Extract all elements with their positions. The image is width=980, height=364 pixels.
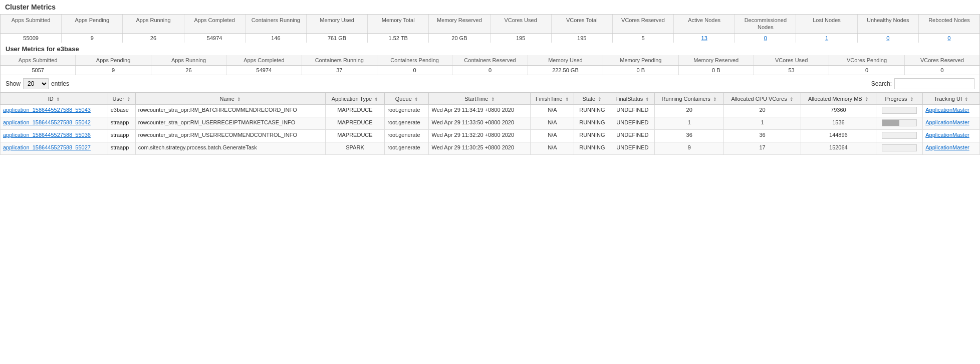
tracking-ui-link[interactable]: ApplicationMaster xyxy=(925,132,969,138)
cell-name: rowcounter_stra_opr:RM_USERRECEIPTMARKET… xyxy=(135,117,325,129)
col-header-allocated-cpu[interactable]: Allocated CPU VCores ⇕ xyxy=(724,93,801,104)
progress-bar xyxy=(882,132,917,139)
show-label: Show xyxy=(6,80,21,87)
name-sort-icon: ⇕ xyxy=(237,97,241,102)
cell-user: e3base xyxy=(108,104,135,117)
app-id-link[interactable]: application_1586445527588_55043 xyxy=(3,107,91,113)
cluster-val-rebooted-nodes[interactable]: 0 xyxy=(919,34,979,43)
cell-allocated-memory: 1536 xyxy=(801,117,876,129)
col-header-queue[interactable]: Queue ⇕ xyxy=(385,93,429,104)
app-id-link[interactable]: application_1586445527588_55027 xyxy=(3,144,91,150)
cell-name: com.sitech.strategy.process.batch.Genera… xyxy=(135,142,325,154)
um-header-memory-used: Memory Used xyxy=(528,55,603,65)
cluster-header-apps-pending: Apps Pending xyxy=(62,15,123,33)
cell-queue: root.generate xyxy=(385,117,429,129)
col-header-allocated-memory[interactable]: Allocated Memory MB ⇕ xyxy=(801,93,876,104)
um-header-containers-running: Containers Running xyxy=(302,55,377,65)
cell-tracking-ui: ApplicationMaster xyxy=(923,117,980,129)
um-val-vcores-used: 53 xyxy=(754,66,829,75)
col-header-app-type[interactable]: Application Type ⇕ xyxy=(325,93,384,104)
user-metrics-section: Apps Submitted Apps Pending Apps Running… xyxy=(0,55,980,75)
app-id-link[interactable]: application_1586445527588_55036 xyxy=(3,132,91,138)
tracking-ui-link[interactable]: ApplicationMaster xyxy=(925,119,969,125)
cell-user: straapp xyxy=(108,117,135,129)
cluster-metrics-title: Cluster Metrics xyxy=(0,0,980,14)
um-header-apps-pending: Apps Pending xyxy=(76,55,151,65)
col-header-progress[interactable]: Progress ⇕ xyxy=(876,93,923,104)
starttime-sort-icon: ⇕ xyxy=(491,97,495,102)
col-header-finalstatus[interactable]: FinalStatus ⇕ xyxy=(610,93,655,104)
app-id-link[interactable]: application_1586445527588_55042 xyxy=(3,119,91,125)
progress-bar xyxy=(882,144,917,151)
cluster-metrics-headers: Apps Submitted Apps Pending Apps Running… xyxy=(1,15,979,34)
um-val-containers-running: 37 xyxy=(302,66,377,75)
cell-finalstatus: UNDEFINED xyxy=(610,104,655,117)
cluster-header-lost-nodes: Lost Nodes xyxy=(796,15,857,33)
search-input[interactable] xyxy=(894,78,974,89)
cluster-val-lost-nodes[interactable]: 1 xyxy=(796,34,857,43)
state-sort-icon: ⇕ xyxy=(598,97,602,102)
um-val-containers-pending: 0 xyxy=(377,66,452,75)
finalstatus-sort-icon: ⇕ xyxy=(645,97,649,102)
cell-finalstatus: UNDEFINED xyxy=(610,129,655,142)
cell-user: straapp xyxy=(108,129,135,142)
cluster-val-containers-running: 146 xyxy=(246,34,307,43)
col-header-tracking-ui[interactable]: Tracking UI ⇕ xyxy=(923,93,980,104)
col-header-starttime[interactable]: StartTime ⇕ xyxy=(429,93,531,104)
user-metrics-values: 5057 9 26 54974 37 0 0 222.50 GB 0 B 0 B… xyxy=(1,66,979,75)
trackingui-sort-icon: ⇕ xyxy=(964,97,968,102)
cell-finishtime: N/A xyxy=(531,129,574,142)
um-header-apps-running: Apps Running xyxy=(151,55,226,65)
cluster-val-unhealthy-nodes[interactable]: 0 xyxy=(858,34,919,43)
cell-allocated-cpu: 36 xyxy=(724,129,801,142)
um-val-memory-reserved: 0 B xyxy=(679,66,754,75)
table-row: application_1586445527588_55027 straapp … xyxy=(1,142,980,154)
progress-bar xyxy=(882,119,917,126)
cluster-header-apps-running: Apps Running xyxy=(123,15,184,33)
cell-starttime: Wed Apr 29 11:33:50 +0800 2020 xyxy=(429,117,531,129)
um-header-apps-completed: Apps Completed xyxy=(226,55,302,65)
cell-finalstatus: UNDEFINED xyxy=(610,117,655,129)
cell-progress xyxy=(876,117,923,129)
cell-running-containers: 1 xyxy=(655,117,724,129)
col-header-finishtime[interactable]: FinishTime ⇕ xyxy=(531,93,574,104)
cell-state: RUNNING xyxy=(574,104,610,117)
apptype-sort-icon: ⇕ xyxy=(374,97,378,102)
tracking-ui-link[interactable]: ApplicationMaster xyxy=(925,107,969,113)
cell-finishtime: N/A xyxy=(531,104,574,117)
col-header-id[interactable]: ID ⇕ xyxy=(1,93,108,104)
cell-queue: root.generate xyxy=(385,142,429,154)
search-label: Search: xyxy=(871,80,892,87)
tracking-ui-link[interactable]: ApplicationMaster xyxy=(925,144,969,150)
cluster-header-vcores-total: VCores Total xyxy=(552,15,613,33)
cluster-val-active-nodes[interactable]: 13 xyxy=(674,34,735,43)
cluster-header-vcores-used: VCores Used xyxy=(491,15,552,33)
col-header-user[interactable]: User ⇕ xyxy=(108,93,135,104)
col-header-state[interactable]: State ⇕ xyxy=(574,93,610,104)
cluster-header-apps-submitted: Apps Submitted xyxy=(1,15,62,33)
col-header-running-containers[interactable]: Running Containers ⇕ xyxy=(655,93,724,104)
id-sort-icon: ⇕ xyxy=(56,97,60,102)
cell-app-type: MAPREDUCE xyxy=(325,129,384,142)
um-val-apps-running: 26 xyxy=(151,66,226,75)
cell-allocated-memory: 152064 xyxy=(801,142,876,154)
cell-starttime: Wed Apr 29 11:30:25 +0800 2020 xyxy=(429,142,531,154)
um-header-apps-submitted: Apps Submitted xyxy=(1,55,76,65)
cluster-header-active-nodes: Active Nodes xyxy=(674,15,735,33)
cell-app-type: SPARK xyxy=(325,142,384,154)
cluster-val-decommissioned-nodes[interactable]: 0 xyxy=(735,34,796,43)
cell-progress xyxy=(876,129,923,142)
entries-select[interactable]: 20 10 50 100 xyxy=(23,78,49,89)
show-entries-control: Show 20 10 50 100 entries xyxy=(6,78,69,89)
cluster-header-decommissioned-nodes: Decommissioned Nodes xyxy=(735,15,796,33)
cell-id: application_1586445527588_55036 xyxy=(1,129,108,142)
cluster-val-memory-reserved: 20 GB xyxy=(429,34,490,43)
um-val-memory-used: 222.50 GB xyxy=(528,66,603,75)
cell-allocated-memory: 79360 xyxy=(801,104,876,117)
search-area: Search: xyxy=(871,78,974,89)
cell-finalstatus: UNDEFINED xyxy=(610,142,655,154)
cell-app-type: MAPREDUCE xyxy=(325,104,384,117)
cell-allocated-memory: 144896 xyxy=(801,129,876,142)
progress-sort-icon: ⇕ xyxy=(910,97,914,102)
col-header-name[interactable]: Name ⇕ xyxy=(135,93,325,104)
